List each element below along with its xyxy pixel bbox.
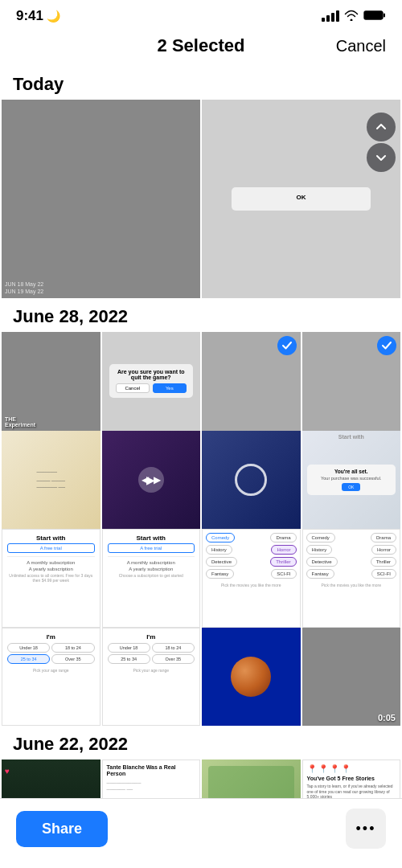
list-item[interactable]: ────── ──── ──── ────── ──	[2, 431, 100, 530]
dialog-title: Are you sure you want to quit the game?	[116, 369, 187, 380]
sub-title-1: Start with	[7, 534, 95, 542]
genre-scifi-2[interactable]: SCI-FI	[371, 569, 396, 579]
battery-icon	[363, 10, 386, 23]
genre-comedy[interactable]: Comedy	[206, 533, 235, 542]
age-under18[interactable]: Under 18	[7, 643, 50, 653]
selection-checkmark	[377, 336, 396, 355]
genre-fantasy-2[interactable]: Fantasy	[306, 569, 334, 579]
status-bar: 9:41 🌙	[0, 0, 402, 29]
age-over35-2[interactable]: Over 35	[152, 654, 195, 664]
age-25-34-2[interactable]: 25 to 34	[108, 654, 150, 664]
section-header-june22: June 22, 2022	[0, 726, 402, 760]
bottom-toolbar: Share •••	[0, 798, 402, 868]
top-nav: 2 Selected Cancel	[0, 29, 402, 66]
cancel-button[interactable]: Cancel	[330, 37, 386, 55]
dialog-buttons: Cancel Yes	[116, 383, 187, 393]
sub-free-trial-btn-2[interactable]: A free trial	[108, 543, 195, 553]
today-grid: JUN 18 May 22 JUN 19 May 22 OK	[0, 100, 402, 298]
age-title-2: I'm	[108, 633, 195, 641]
genre-detective[interactable]: Detective	[206, 557, 237, 567]
scroll-up-button[interactable]	[367, 113, 396, 141]
genre-scifi[interactable]: SCI-FI	[271, 569, 296, 579]
genre-drama[interactable]: Drama	[270, 533, 296, 542]
list-item[interactable]: ◀ ▶ ▶	[102, 431, 201, 530]
more-dots-icon: •••	[356, 821, 376, 837]
sub-title-2: Start with	[108, 534, 195, 542]
age-note-2: Pick your age range	[108, 668, 195, 673]
photo-library-scroll: Today JUN 18 May 22 JUN 19 May 22 OK Jun	[0, 66, 402, 868]
status-time: 9:41	[16, 8, 43, 24]
section-header-june28: June 28, 2022	[0, 298, 402, 332]
list-item[interactable]	[202, 628, 301, 727]
list-item: Comedy Drama History Horror Detective Th…	[302, 529, 401, 628]
list-item[interactable]	[202, 332, 301, 431]
moon-icon: 🌙	[47, 10, 60, 23]
age-title-1: I'm	[7, 633, 95, 641]
yes-dialog-button[interactable]: Yes	[153, 383, 187, 393]
planet-image	[231, 657, 271, 697]
wifi-icon	[344, 10, 359, 23]
june28-row4: I'm Under 18 18 to 24 25 to 34 Over 35 P…	[0, 628, 402, 727]
cancel-dialog-button[interactable]: Cancel	[116, 383, 150, 393]
list-item[interactable]: Are you sure you want to quit the game? …	[102, 332, 201, 431]
sub-yearly-2: A yearly subscription	[108, 567, 195, 571]
svg-rect-0	[364, 11, 383, 19]
genre-comedy-2[interactable]: Comedy	[306, 533, 335, 542]
circle-indicator	[235, 464, 267, 496]
genre-history[interactable]: History	[206, 545, 232, 555]
list-item[interactable]: Start with You're all set. Your purchase…	[302, 431, 401, 530]
today-photo-1[interactable]: JUN 18 May 22 JUN 19 May 22	[2, 100, 200, 298]
selected-count-label: 2 Selected	[72, 35, 330, 56]
sub-note-2: Choose a subscription to get started	[108, 573, 195, 578]
sub-monthly: A monthly subscription	[7, 560, 95, 565]
list-item[interactable]	[302, 332, 401, 431]
list-item[interactable]: THEExperiment	[2, 332, 100, 431]
video-duration: 0:05	[378, 713, 396, 723]
sub-note: Unlimited access to all content. Free fo…	[7, 573, 95, 583]
sub-yearly: A yearly subscription	[7, 567, 95, 571]
age-over35[interactable]: Over 35	[51, 654, 94, 664]
genre-thriller[interactable]: Thriller	[270, 557, 296, 567]
genre-thriller-2[interactable]: Thriller	[371, 557, 396, 567]
age-18-24-2[interactable]: 18 to 24	[152, 643, 195, 653]
list-item: Comedy Drama History Horror Detective Th…	[202, 529, 301, 628]
list-item: I'm Under 18 18 to 24 25 to 34 Over 35 P…	[2, 628, 100, 727]
june28-row2: ────── ──── ──── ────── ── ◀ ▶ ▶	[0, 431, 402, 530]
signal-icon	[322, 10, 339, 22]
genre-note-2: Pick the movies you like the more	[306, 583, 397, 588]
list-item[interactable]	[202, 431, 301, 530]
age-18-24[interactable]: 18 to 24	[51, 643, 94, 653]
status-icons	[322, 10, 386, 23]
age-note-1: Pick your age range	[7, 668, 95, 673]
selection-checkmark	[277, 336, 297, 355]
share-button[interactable]: Share	[16, 811, 108, 847]
june28-row3: Start with A free trial A monthly subscr…	[0, 529, 402, 628]
success-dialog: You're all set. Your purchase was succes…	[307, 465, 396, 495]
genre-note: Pick the movies you like the more	[206, 583, 297, 588]
scroll-thumb[interactable]	[367, 113, 396, 172]
age-25-34[interactable]: 25 to 34	[7, 654, 50, 664]
june28-row1: THEExperiment Are you sure you want to q…	[0, 332, 402, 431]
genre-horror-2[interactable]: Horror	[371, 545, 396, 555]
scroll-down-button[interactable]	[367, 143, 396, 172]
svg-rect-1	[384, 13, 385, 17]
genre-detective-2[interactable]: Detective	[306, 557, 338, 567]
list-item: I'm Under 18 18 to 24 25 to 34 Over 35 P…	[102, 628, 201, 727]
sub-free-trial-btn[interactable]: A free trial	[7, 543, 95, 553]
play-button[interactable]: ▶	[138, 467, 164, 493]
genre-fantasy[interactable]: Fantasy	[206, 569, 234, 579]
list-item[interactable]: 0:05	[302, 628, 401, 727]
list-item: Start with A free trial A monthly subscr…	[102, 529, 201, 628]
section-header-today: Today	[0, 66, 402, 100]
sub-monthly-2: A monthly subscription	[108, 560, 195, 565]
genre-horror[interactable]: Horror	[271, 545, 296, 555]
list-item: Start with A free trial A monthly subscr…	[2, 529, 100, 628]
genre-drama-2[interactable]: Drama	[371, 533, 396, 542]
genre-history-2[interactable]: History	[306, 545, 333, 555]
age-under18-2[interactable]: Under 18	[108, 643, 150, 653]
more-options-button[interactable]: •••	[346, 809, 386, 849]
